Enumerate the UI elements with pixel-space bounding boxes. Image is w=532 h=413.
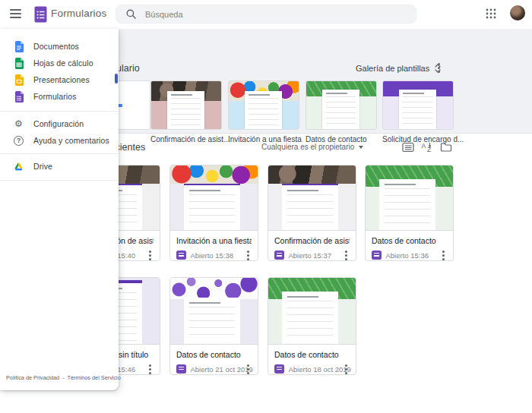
form-title: Datos de contacto xyxy=(176,350,252,359)
owner-filter-dropdown[interactable]: Cualquiera es el propietario xyxy=(261,143,363,151)
google-forms-home: Formularios Crear un formulario Galería … xyxy=(0,0,532,413)
form-page-preview xyxy=(184,184,240,230)
form-title: Invitación a una fiesta xyxy=(176,236,252,245)
open-file-picker-button[interactable] xyxy=(440,141,452,153)
form-sheet-preview xyxy=(167,91,204,129)
search-icon xyxy=(126,9,136,19)
template-card[interactable]: Confirmación de asist... xyxy=(150,80,222,143)
template-title: Confirmación de asist... xyxy=(150,135,222,143)
form-sheet-preview xyxy=(322,90,359,129)
form-preview xyxy=(268,166,356,231)
forms-logo-icon[interactable] xyxy=(34,6,47,26)
forms-file-icon xyxy=(274,364,284,374)
form-page-preview xyxy=(379,179,435,230)
template-card[interactable]: Datos de contacto xyxy=(306,80,377,143)
sidebar-item-ayuda[interactable]: ? Ayuda y comentarios xyxy=(0,132,119,149)
help-icon: ? xyxy=(14,136,24,146)
footer-separator: - xyxy=(62,374,64,381)
hamburger-menu-icon[interactable] xyxy=(10,9,21,18)
template-thumbnail xyxy=(228,80,299,130)
form-title: Datos de contacto xyxy=(274,350,350,359)
sidebar-item-presentaciones[interactable]: Presentaciones xyxy=(0,71,119,88)
form-page-preview xyxy=(282,184,338,230)
owner-filter-label: Cualquiera es el propietario xyxy=(261,143,354,151)
opened-timestamp: Abierto 15:38 xyxy=(191,251,234,260)
recent-form-card[interactable]: Invitación a una fiesta Abierto 15:38 xyxy=(169,165,258,261)
drawer-divider xyxy=(0,111,119,112)
slides-icon xyxy=(14,74,24,86)
opened-timestamp: Abierto 15:36 xyxy=(386,251,429,260)
card-kebab-menu-icon[interactable] xyxy=(345,254,347,257)
svg-text:Z: Z xyxy=(427,146,431,153)
sidebar-item-label: Configuración xyxy=(33,119,84,128)
sidebar-item-label: Documentos xyxy=(33,42,79,51)
sidebar-item-label: Hojas de cálculo xyxy=(33,58,93,68)
template-card[interactable]: Invitación a una fiesta xyxy=(228,80,299,143)
recent-form-card[interactable]: Confirmación de asistenc... Abierto 15:3… xyxy=(268,165,356,261)
sidebar-item-configuracion[interactable]: ⚙ Configuración xyxy=(0,115,119,132)
card-kebab-menu-icon[interactable] xyxy=(345,368,347,370)
card-kebab-menu-icon[interactable] xyxy=(247,254,249,257)
account-avatar[interactable] xyxy=(510,5,525,20)
form-sheet-preview xyxy=(399,90,436,129)
sidebar-item-label: Ayuda y comentarios xyxy=(33,136,109,145)
google-apps-grid-icon[interactable] xyxy=(486,8,496,19)
sidebar-item-label: Drive xyxy=(33,162,52,171)
caret-down-icon xyxy=(359,146,363,149)
drive-icon xyxy=(14,162,24,172)
docs-icon xyxy=(14,41,24,52)
drawer-divider xyxy=(0,153,119,154)
app-header: Formularios xyxy=(0,0,532,29)
card-kebab-menu-icon[interactable] xyxy=(149,254,151,257)
card-kebab-menu-icon[interactable] xyxy=(442,254,445,257)
gear-icon: ⚙ xyxy=(14,119,24,129)
forms-file-icon xyxy=(274,251,284,260)
form-banner-photo xyxy=(268,166,356,184)
sort-az-button[interactable]: A Z xyxy=(421,141,433,153)
form-page-preview xyxy=(184,298,240,344)
sidebar-item-hojas-de-calculo[interactable]: Hojas de cálculo xyxy=(0,55,119,71)
template-thumbnail xyxy=(382,80,454,130)
form-page-preview xyxy=(282,292,338,344)
drawer-footer: Política de Privacidad - Términos del Se… xyxy=(6,374,121,381)
form-title: Confirmación de asistenc... xyxy=(274,236,350,245)
forms-file-icon xyxy=(176,251,186,260)
sheets-icon xyxy=(14,58,24,69)
template-gallery-label: Galería de plantillas xyxy=(356,64,429,73)
list-view-button[interactable] xyxy=(402,141,414,153)
form-banner-bubbles xyxy=(170,278,258,299)
recent-form-card[interactable]: Datos de contacto Abierto 18 oct 2019 xyxy=(268,277,356,375)
template-gallery-button[interactable]: Galería de plantillas xyxy=(356,62,442,74)
sidebar-item-drive[interactable]: Drive xyxy=(0,158,119,175)
search-bar[interactable] xyxy=(116,5,416,24)
form-preview xyxy=(268,278,356,345)
form-sheet-preview xyxy=(245,91,282,129)
sidebar-scrollbar-thumb[interactable] xyxy=(115,74,118,84)
forms-file-icon xyxy=(372,251,382,260)
template-thumbnail xyxy=(150,80,222,130)
svg-text:A: A xyxy=(422,142,426,150)
card-kebab-menu-icon[interactable] xyxy=(149,368,151,370)
opened-timestamp: Abierto 15:37 xyxy=(289,251,332,260)
sidebar-item-formularios[interactable]: Formularios xyxy=(0,88,119,105)
privacy-policy-link[interactable]: Política de Privacidad xyxy=(6,374,59,381)
sidebar-item-label: Presentaciones xyxy=(33,75,90,84)
search-input[interactable] xyxy=(145,10,396,19)
gallery-kebab-menu-icon[interactable] xyxy=(438,67,440,69)
form-preview xyxy=(170,166,258,231)
form-title: Datos de contacto xyxy=(372,236,447,245)
forms-file-icon xyxy=(176,364,186,374)
navigation-drawer: Documentos Hojas de cálculo Presentaci xyxy=(0,29,119,390)
form-preview xyxy=(366,166,453,231)
form-preview xyxy=(170,278,258,345)
opened-timestamp: Abierto 18 oct 2019 xyxy=(289,365,351,374)
sidebar-item-label: Formularios xyxy=(33,92,77,101)
recent-form-card[interactable]: Datos de contacto Abierto 21 oct 2019 xyxy=(169,277,258,375)
form-banner-balloons xyxy=(170,166,258,184)
card-kebab-menu-icon[interactable] xyxy=(247,368,249,370)
sidebar-item-documentos[interactable]: Documentos xyxy=(0,38,119,55)
opened-timestamp: Abierto 21 oct 2019 xyxy=(191,365,253,374)
template-card[interactable]: Solicitud de encargo d... xyxy=(382,80,454,143)
terms-link[interactable]: Términos del Servicio xyxy=(68,374,121,381)
recent-form-card[interactable]: Datos de contacto Abierto 15:36 xyxy=(365,165,454,261)
